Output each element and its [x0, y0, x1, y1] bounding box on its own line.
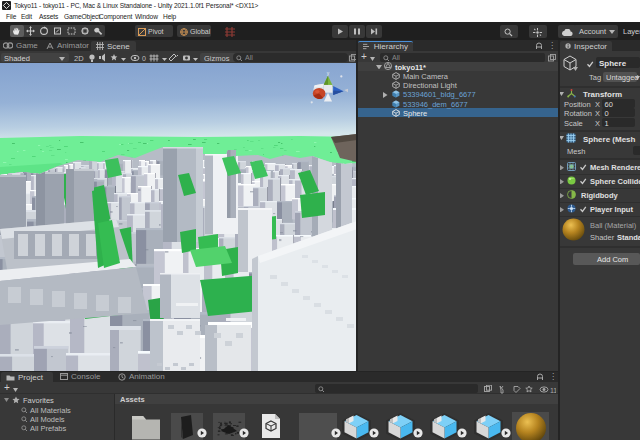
- svg-text:11: 11: [550, 387, 556, 394]
- svg-text:0: 0: [142, 55, 146, 62]
